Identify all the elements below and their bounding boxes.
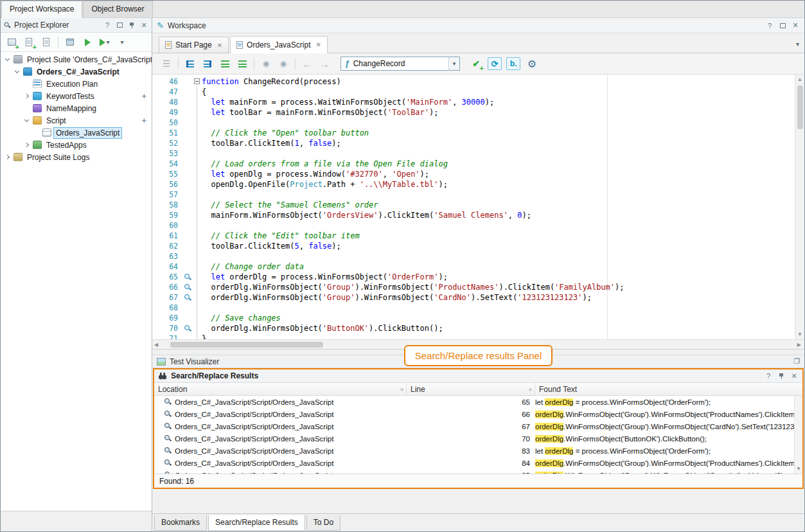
tree-item-execution-plan[interactable]: Execution Plan (1, 78, 152, 90)
tab-project-workspace[interactable]: Project Workspace (1, 1, 82, 18)
navigate-back-icon[interactable]: ← (299, 57, 315, 71)
code-line-58[interactable]: 58 // Select the "Samuel Clemens" order (152, 200, 795, 210)
expander-icon[interactable] (22, 94, 30, 98)
float-panel-icon[interactable]: ❐ (793, 357, 800, 366)
close-tab-icon[interactable]: ✕ (217, 42, 222, 49)
toolbar-overflow-icon[interactable]: ▾ (114, 35, 130, 49)
code-line-49[interactable]: 49 let toolBar = mainForm.WinFormsObject… (152, 107, 795, 118)
editor-settings-icon[interactable]: ⚙ (524, 57, 540, 71)
code-line-59[interactable]: 59 mainForm.WinFormsObject('OrdersView')… (152, 210, 795, 220)
result-row-line-67[interactable]: Orders_C#_JavaScript/Script/Orders_JavaS… (154, 420, 802, 432)
object-view-icon[interactable] (62, 35, 78, 49)
comment-lines-icon[interactable] (217, 57, 233, 71)
code-line-52[interactable]: 52 toolBar.ClickItem(1, false); (152, 138, 795, 148)
code-line-48[interactable]: 48 let mainForm = process.WaitWinFormsOb… (152, 97, 795, 107)
float-icon[interactable] (778, 21, 787, 30)
result-row-line-85[interactable]: Orders_C#_JavaScript/Script/Orders_JavaS… (154, 469, 802, 474)
column-header-line[interactable]: Line≡ (407, 383, 535, 395)
run-test-icon[interactable] (80, 35, 95, 49)
code-line-63[interactable]: 63 (152, 251, 795, 262)
format-source-icon[interactable]: ☰ (159, 57, 174, 71)
uncomment-lines-icon[interactable] (234, 57, 250, 71)
tree-item-project-suite-logs[interactable]: Project Suite Logs (1, 151, 152, 163)
tree-item-keywordtests[interactable]: KeywordTests+ (1, 90, 152, 102)
pin-icon[interactable] (777, 371, 786, 380)
close-tab-icon[interactable]: ✕ (315, 41, 321, 48)
code-line-53[interactable]: 53 (152, 148, 795, 159)
beautify-icon[interactable]: b. (506, 57, 521, 71)
tree-item-namemapping[interactable]: NameMapping (1, 102, 152, 114)
code-line-54[interactable]: 54 // Load orders from a file via the Op… (152, 159, 795, 169)
code-line-71[interactable]: 71} (152, 333, 795, 339)
expander-icon[interactable] (22, 143, 30, 146)
code-line-62[interactable]: 62 toolBar.ClickItem(5, false); (152, 241, 795, 251)
results-scrollbar[interactable]: ▼ (794, 396, 802, 474)
code-hints-icon[interactable]: ◉ (258, 57, 274, 71)
code-line-66[interactable]: 66 orderDlg.WinFormsObject('Group').WinF… (152, 282, 795, 292)
tab-bookmarks[interactable]: Bookmarks (154, 515, 207, 531)
help-icon[interactable]: ? (764, 371, 773, 380)
visualizer-frame-icon[interactable] (182, 272, 193, 282)
scrollbar-thumb[interactable] (170, 342, 323, 348)
scroll-down-icon[interactable]: ▼ (794, 464, 802, 474)
code-line-56[interactable]: 56 openDlg.OpenFile(Project.Path + '..\\… (152, 179, 795, 190)
add-child-item-button[interactable]: + (141, 116, 146, 125)
code-area[interactable]: 46function ChangeRecord(process)47{48 le… (152, 75, 795, 339)
code-line-67[interactable]: 67 orderDlg.WinFormsObject('Group').WinF… (152, 292, 795, 303)
code-line-46[interactable]: 46function ChangeRecord(process) (152, 76, 795, 87)
indent-lines-icon[interactable] (200, 57, 215, 71)
close-icon[interactable]: ✕ (139, 21, 148, 30)
tab-list-dropdown-icon[interactable]: ▾ (796, 40, 799, 48)
add-child-item-button[interactable]: + (141, 91, 146, 101)
add-existing-item-icon[interactable] (21, 35, 37, 49)
navigate-forward-icon[interactable]: → (317, 57, 332, 71)
code-line-51[interactable]: 51 // Click the "Open" toolbar button (152, 128, 795, 138)
sort-icon[interactable]: ≡ (400, 386, 403, 393)
column-header-found-text[interactable]: Found Text (535, 383, 802, 395)
tree-item-script[interactable]: Script+ (1, 114, 152, 127)
visualizer-frame-icon[interactable] (182, 323, 193, 333)
code-line-61[interactable]: 61 // Click the "Edit" toolbar item (152, 231, 795, 241)
help-icon[interactable]: ? (765, 21, 774, 30)
add-to-test-icon[interactable]: ✔ (468, 57, 484, 71)
tab-orders-javascript[interactable]: Orders_JavaScript✕ (230, 36, 328, 53)
result-row-line-70[interactable]: Orders_C#_JavaScript/Script/Orders_JavaS… (154, 432, 802, 445)
tree-item-project-suite-orders-c-javascript-1[interactable]: Project Suite 'Orders_C#_JavaScript' (1 (1, 53, 152, 66)
close-icon[interactable]: ✕ (791, 21, 800, 30)
export-item-icon[interactable] (39, 35, 54, 49)
scroll-up-icon[interactable]: ▲ (795, 75, 804, 84)
expander-icon[interactable] (3, 58, 11, 60)
code-line-55[interactable]: 55 let openDlg = process.Window('#32770'… (152, 169, 795, 179)
result-row-line-83[interactable]: Orders_C#_JavaScript/Script/Orders_JavaS… (154, 445, 802, 457)
code-line-64[interactable]: 64 // Change order data (152, 262, 795, 272)
expander-icon[interactable] (22, 120, 30, 121)
editor-vertical-scrollbar[interactable]: ▲ ▼ (795, 75, 804, 339)
fold-toggle-icon[interactable] (193, 76, 202, 87)
tree-item-orders-javascript[interactable]: Orders_JavaScript (1, 127, 152, 139)
run-project-icon[interactable]: ▾ (97, 35, 112, 49)
close-icon[interactable]: ✕ (790, 371, 799, 380)
code-line-60[interactable]: 60 (152, 220, 795, 231)
code-line-47[interactable]: 47{ (152, 87, 795, 97)
pin-icon[interactable] (127, 21, 136, 30)
expander-icon[interactable] (3, 155, 11, 159)
tree-item-testedapps[interactable]: TestedApps (1, 139, 152, 151)
code-line-50[interactable]: 50 (152, 118, 795, 128)
refresh-icon[interactable]: ⟳ (487, 57, 502, 71)
scroll-down-icon[interactable]: ▼ (795, 330, 804, 339)
tab-start-page[interactable]: Start Page✕ (159, 37, 229, 53)
routine-dropdown[interactable]: ƒ ChangeRecord ▾ (341, 57, 460, 71)
tab-to-do[interactable]: To Do (306, 515, 341, 531)
result-row-line-84[interactable]: Orders_C#_JavaScript/Script/Orders_JavaS… (154, 457, 802, 469)
expander-icon[interactable] (13, 71, 21, 73)
code-line-68[interactable]: 68 (152, 303, 795, 313)
outdent-lines-icon[interactable] (182, 57, 198, 71)
code-line-57[interactable]: 57 (152, 190, 795, 200)
add-new-item-icon[interactable] (4, 35, 19, 49)
code-line-70[interactable]: 70 orderDlg.WinFormsObject('ButtonOK').C… (152, 323, 795, 333)
result-row-line-65[interactable]: Orders_C#_JavaScript/Script/Orders_JavaS… (154, 396, 802, 408)
float-icon[interactable] (115, 21, 124, 30)
tab-search-replace-results[interactable]: Search/Replace Results (208, 515, 305, 531)
tree-item-orders-c-javascript[interactable]: Orders_C#_JavaScript (1, 66, 152, 78)
column-header-location[interactable]: Location≡ (154, 383, 407, 395)
